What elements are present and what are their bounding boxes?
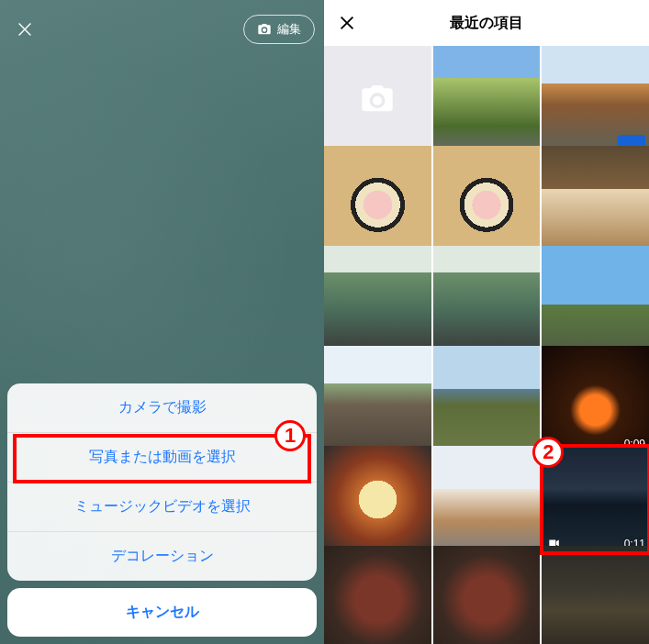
photo-thumb[interactable] (433, 346, 541, 453)
close-icon[interactable] (337, 13, 357, 33)
video-thumb[interactable]: 0:11 (542, 446, 649, 553)
photo-thumb[interactable] (324, 546, 431, 644)
left-header: 編集 (0, 0, 324, 53)
photo-grid: 0:09 0:11 2 (324, 46, 649, 644)
close-icon[interactable] (15, 19, 35, 39)
photo-thumb[interactable] (324, 446, 431, 553)
photo-thumb[interactable] (433, 546, 541, 644)
picker-title: 最近の項目 (450, 14, 523, 33)
sheet-option-select-media[interactable]: 写真または動画を選択 (7, 433, 317, 483)
sheet-option-music-video[interactable]: ミュージックビデオを選択 (7, 483, 317, 532)
photo-thumb[interactable] (433, 246, 541, 353)
sheet-option-decoration[interactable]: デコレーション (7, 532, 317, 581)
camera-icon (359, 81, 396, 117)
photo-thumb[interactable] (324, 346, 431, 453)
photo-thumb[interactable] (324, 146, 431, 253)
photo-thumb[interactable] (542, 146, 649, 253)
camera-tile[interactable] (324, 46, 431, 153)
photo-thumb[interactable] (433, 146, 541, 253)
story-create-screen: 編集 カメラで撮影 写真または動画を選択 ミュージックビデオを選択 デコレーショ… (0, 0, 324, 644)
photo-thumb[interactable] (433, 46, 541, 153)
photo-thumb[interactable] (542, 46, 649, 153)
photo-thumb[interactable] (542, 546, 649, 644)
photo-picker-screen: 最近の項目 0:09 0:11 (324, 0, 649, 644)
photo-thumb[interactable] (542, 246, 649, 353)
photo-thumb[interactable] (433, 446, 541, 553)
action-sheet: カメラで撮影 写真または動画を選択 ミュージックビデオを選択 デコレーション キ… (7, 383, 317, 637)
photo-thumb[interactable] (324, 246, 431, 353)
sheet-option-camera[interactable]: カメラで撮影 (7, 383, 317, 433)
picker-header: 最近の項目 (324, 0, 649, 46)
edit-button[interactable]: 編集 (243, 15, 315, 44)
sheet-options: カメラで撮影 写真または動画を選択 ミュージックビデオを選択 デコレーション (7, 383, 317, 581)
video-thumb[interactable]: 0:09 (542, 346, 649, 453)
camera-icon (257, 22, 272, 37)
edit-label: 編集 (277, 21, 301, 38)
sheet-cancel-button[interactable]: キャンセル (7, 588, 317, 637)
